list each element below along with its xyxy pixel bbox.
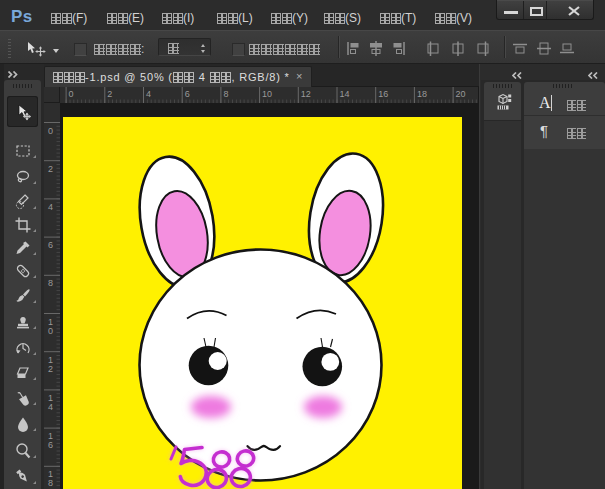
svg-text:18: 18 bbox=[417, 89, 427, 99]
svg-text:6: 6 bbox=[185, 89, 190, 99]
svg-text:4: 4 bbox=[48, 402, 53, 412]
svg-text:6: 6 bbox=[48, 440, 53, 450]
svg-text:10: 10 bbox=[262, 89, 272, 99]
svg-text:2: 2 bbox=[107, 89, 112, 99]
svg-text:16: 16 bbox=[378, 89, 388, 99]
svg-text:2: 2 bbox=[48, 164, 53, 174]
svg-text:0: 0 bbox=[48, 326, 53, 336]
svg-text:6: 6 bbox=[48, 240, 53, 250]
svg-text:14: 14 bbox=[340, 89, 350, 99]
svg-text:12: 12 bbox=[301, 89, 311, 99]
svg-text:4: 4 bbox=[146, 89, 151, 99]
svg-text:20: 20 bbox=[456, 89, 466, 99]
svg-text:8: 8 bbox=[223, 89, 228, 99]
svg-text:0: 0 bbox=[69, 89, 74, 99]
svg-text:0: 0 bbox=[48, 126, 53, 136]
svg-text:2: 2 bbox=[48, 364, 53, 374]
svg-text:4: 4 bbox=[48, 202, 53, 212]
svg-text:8: 8 bbox=[48, 278, 53, 288]
svg-text:8: 8 bbox=[48, 478, 53, 488]
